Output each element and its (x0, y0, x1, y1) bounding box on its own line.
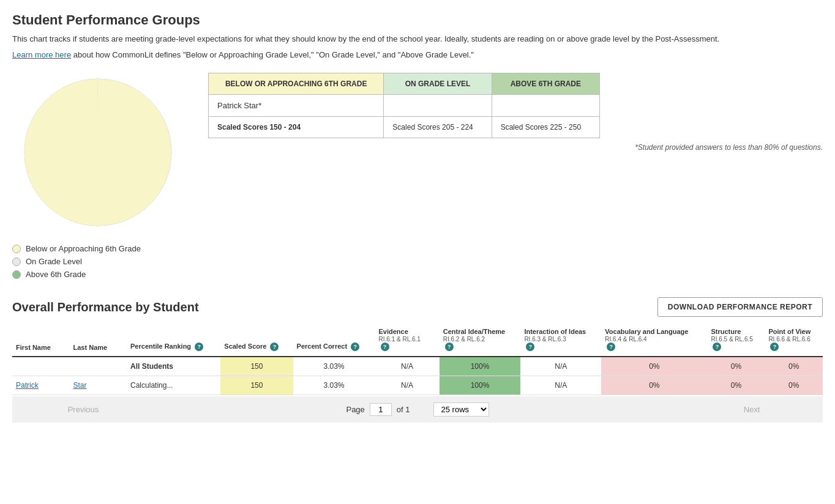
page-info: Page of 1 25 rows 50 rows 100 rows (144, 402, 691, 417)
th-last-name: Last Name (70, 323, 127, 357)
scaled-score-help-icon[interactable]: ? (270, 343, 279, 351)
legend-dot-on (12, 258, 21, 266)
learn-more-line: Learn more here about how CommonLit defi… (12, 49, 823, 61)
subtitle: This chart tracks if students are meetin… (12, 33, 823, 45)
th-interaction-of-ideas: Interaction of Ideas RI.6.3 & RL.6.3 ? (520, 323, 601, 357)
learn-more-link[interactable]: Learn more here (12, 50, 71, 59)
point-of-view-help-icon[interactable]: ? (770, 343, 779, 351)
download-performance-report-button[interactable]: DOWNLOAD PERFORMANCE REPORT (657, 297, 823, 317)
structure-help-icon[interactable]: ? (713, 343, 721, 351)
all-students-scaled: 150 (220, 357, 293, 376)
of-label: of 1 (397, 405, 410, 414)
student-structure: 0% (707, 376, 765, 395)
student-last-name-link[interactable]: Star (73, 381, 87, 390)
previous-button[interactable]: Previous (22, 405, 144, 414)
student-row-patrick: Patrick Star Calculating... 150 3.03% N/… (12, 376, 823, 395)
th-evidence: Evidence RI.6.1 & RL.6.1 ? (375, 323, 440, 357)
legend-label-above: Above 6th Grade (26, 270, 86, 279)
all-students-row: All Students 150 3.03% N/A 100% N/A 0% 0… (12, 357, 823, 376)
all-students-vocab: 0% (601, 357, 707, 376)
th-below: BELOW OR APPROACHING 6TH GRADE (209, 73, 384, 95)
interaction-help-icon[interactable]: ? (526, 343, 534, 351)
th-percent-correct: Percent Correct ? (293, 323, 375, 357)
cell-above-student (492, 95, 599, 117)
central-idea-help-icon[interactable]: ? (445, 343, 454, 351)
pie-chart-container: Below or Approaching 6th Grade On Grade … (12, 73, 184, 279)
th-central-idea: Central Idea/Theme RI.6.2 & RL.6.2 ? (440, 323, 521, 357)
th-point-of-view: Point of View RI.6.6 & RL.6.6 ? (765, 323, 823, 357)
pie-chart (18, 73, 178, 232)
student-first-name: Patrick (12, 376, 70, 395)
grade-row-students: Patrick Star* (209, 95, 600, 117)
th-percentile-ranking: Percentile Ranking ? (127, 323, 220, 357)
cell-above-scores: Scaled Scores 225 - 250 (492, 117, 599, 138)
chart-section: Below or Approaching 6th Grade On Grade … (12, 73, 823, 279)
th-structure: Structure RI.6.5 & RL.6.5 ? (707, 323, 765, 357)
page-title: Student Performance Groups (12, 12, 823, 28)
student-central: 100% (440, 376, 521, 395)
vocab-help-icon[interactable]: ? (607, 343, 615, 351)
subtitle-text: This chart tracks if students are meetin… (12, 34, 719, 43)
cell-on-student (384, 95, 492, 117)
legend-label-on: On Grade Level (26, 257, 82, 266)
percentile-help-icon[interactable]: ? (195, 343, 203, 351)
th-vocabulary: Vocabulary and Language RI.6.4 & RL.6.4 … (601, 323, 707, 357)
rows-per-page-select[interactable]: 25 rows 50 rows 100 rows (433, 402, 489, 417)
perf-table-header-row: First Name Last Name Percentile Ranking … (12, 323, 823, 357)
legend-item-below: Below or Approaching 6th Grade (12, 244, 141, 253)
legend-item-on: On Grade Level (12, 257, 141, 266)
legend-dot-below (12, 245, 21, 253)
learn-more-suffix: about how CommonLit defines "Below or Ap… (71, 50, 474, 59)
all-students-last (70, 357, 127, 376)
overall-title: Overall Performance by Student (12, 300, 199, 314)
student-last-name: Star (70, 376, 127, 395)
th-on: ON GRADE LEVEL (384, 73, 492, 95)
page-number-input[interactable] (370, 403, 392, 416)
all-students-central: 100% (440, 357, 521, 376)
overall-header: Overall Performance by Student DOWNLOAD … (12, 297, 823, 317)
all-students-first (12, 357, 70, 376)
legend-label-below: Below or Approaching 6th Grade (26, 244, 141, 253)
page-label: Page (346, 405, 364, 414)
student-scaled: 150 (220, 376, 293, 395)
footnote: *Student provided answers to less than 8… (208, 143, 823, 152)
grade-row-scores: Scaled Scores 150 - 204 Scaled Scores 20… (209, 117, 600, 138)
all-students-interaction: N/A (520, 357, 601, 376)
th-first-name: First Name (12, 323, 70, 357)
legend-dot-above (12, 270, 21, 279)
legend: Below or Approaching 6th Grade On Grade … (12, 244, 141, 279)
student-point: 0% (765, 376, 823, 395)
cell-on-scores: Scaled Scores 205 - 224 (384, 117, 492, 138)
th-above: ABOVE 6TH GRADE (492, 73, 599, 95)
performance-table: First Name Last Name Percentile Ranking … (12, 323, 823, 395)
percent-correct-help-icon[interactable]: ? (351, 343, 359, 351)
next-button[interactable]: Next (691, 405, 813, 414)
grade-table: BELOW OR APPROACHING 6TH GRADE ON GRADE … (208, 73, 600, 138)
grade-table-section: BELOW OR APPROACHING 6TH GRADE ON GRADE … (208, 73, 823, 152)
all-students-percent: 3.03% (293, 357, 375, 376)
all-students-point: 0% (765, 357, 823, 376)
all-students-label: All Students (127, 357, 220, 376)
student-first-name-link[interactable]: Patrick (16, 381, 39, 390)
pagination: Previous Page of 1 25 rows 50 rows 100 r… (12, 396, 823, 423)
student-percent: 3.03% (293, 376, 375, 395)
evidence-help-icon[interactable]: ? (381, 343, 389, 351)
th-scaled-score: Scaled Score ? (220, 323, 293, 357)
student-vocab: 0% (601, 376, 707, 395)
cell-below-student: Patrick Star* (209, 95, 384, 117)
cell-below-scores: Scaled Scores 150 - 204 (209, 117, 384, 138)
student-evidence: N/A (375, 376, 440, 395)
legend-item-above: Above 6th Grade (12, 270, 141, 279)
student-interaction: N/A (520, 376, 601, 395)
all-students-evidence: N/A (375, 357, 440, 376)
all-students-structure: 0% (707, 357, 765, 376)
student-percentile: Calculating... (127, 376, 220, 395)
